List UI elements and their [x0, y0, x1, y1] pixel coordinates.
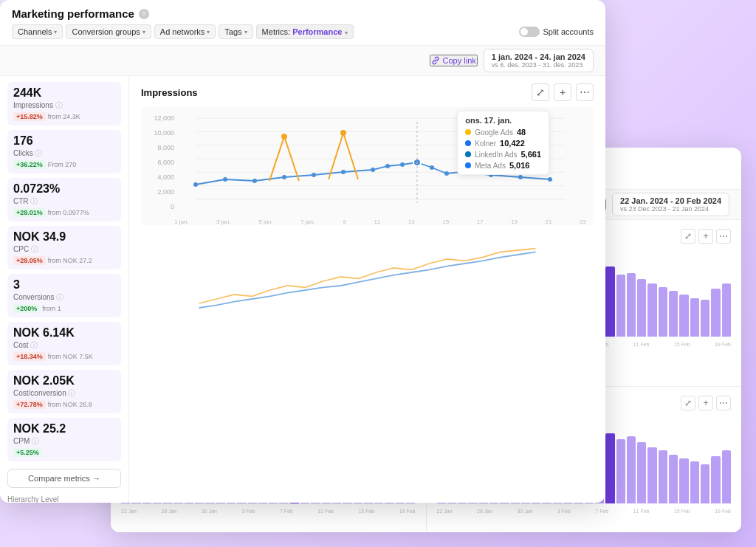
conversion-rate-expand-btn[interactable]: ⤢ [681, 396, 695, 410]
metric-value-7: NOK 25.2 [13, 422, 115, 436]
chevron-down-icon: ▾ [244, 29, 247, 35]
bar[interactable] [647, 447, 656, 503]
metric-label-6: Cost/conversion ⓘ [13, 388, 115, 399]
mini-line-chart [141, 233, 594, 321]
metric-card-1[interactable]: 176 Clicks ⓘ +36.22% From 270 [7, 130, 121, 173]
impressions-chart: 12,00010,0008,0006,0004,0002,0000 ons. 1… [141, 107, 594, 225]
bar[interactable] [616, 439, 625, 503]
bar[interactable] [669, 455, 678, 503]
change-badge-5: +18.34% [13, 352, 46, 361]
marketing-date-range: 1 jan. 2024 - 24. jan 2024 vs 6. des. 20… [484, 49, 594, 72]
tooltip-row: LinkedIn Ads 5,661 [465, 150, 541, 159]
bar[interactable] [637, 279, 646, 337]
bar[interactable] [627, 436, 636, 503]
add-chart-btn[interactable]: + [554, 83, 571, 101]
metrics-badge: Metrics: Performance ▾ [256, 24, 354, 39]
metric-card-4[interactable]: 3 Conversions ⓘ +200% from 1 [7, 274, 121, 317]
bar[interactable] [722, 450, 731, 503]
conversion-rate-add-btn[interactable]: + [698, 396, 713, 410]
tooltip-value: 10,422 [500, 139, 525, 148]
svg-point-21 [518, 175, 523, 179]
bar[interactable] [659, 287, 667, 337]
svg-point-15 [400, 162, 405, 167]
x-axis-label: 23 [580, 219, 586, 225]
metric-label-1: Clicks ⓘ [13, 148, 115, 159]
transactions-expand-btn[interactable]: ⤢ [681, 229, 695, 244]
avg-order-x-labels: 22 Jan 26 Jan 30 Jan 3 Feb 7 Feb 11 Feb … [121, 509, 416, 514]
svg-point-18 [444, 171, 449, 176]
tooltip-row: Meta Ads 5,016 [465, 161, 541, 170]
conversion-groups-filter-btn[interactable]: Conversion groups ▾ [66, 24, 151, 39]
tooltip-network: Kolner [475, 140, 496, 148]
marketing-copy-link-btn[interactable]: Copy link [430, 55, 478, 66]
bar[interactable] [711, 456, 720, 503]
tooltip-dot [465, 140, 471, 146]
more-chart-btn[interactable]: ⋯ [576, 83, 594, 101]
svg-point-25 [281, 134, 287, 140]
bar[interactable] [679, 458, 688, 503]
metric-card-7[interactable]: NOK 25.2 CPM ⓘ +5.25% [7, 418, 121, 461]
x-axis-label: 7 jan. [300, 219, 315, 225]
compare-metrics-btn[interactable]: Compare metrics → [7, 469, 121, 488]
bar[interactable] [616, 275, 625, 337]
metric-card-6[interactable]: NOK 2.05K Cost/conversion ⓘ +72.78% from… [7, 370, 121, 413]
chart-area: Impressions ⤢ + ⋯ 12,00010,0008,0006,000… [129, 76, 605, 503]
tooltip-dot [465, 162, 471, 168]
expand-chart-btn[interactable]: ⤢ [532, 83, 549, 101]
tooltip-row: Kolner 10,422 [465, 139, 541, 148]
tooltip-network: LinkedIn Ads [475, 151, 517, 159]
marketing-panel: Marketing performance ? Channels ▾ Conve… [0, 0, 605, 503]
metric-card-3[interactable]: NOK 34.9 CPC ⓘ +28.05% from NOK 27.2 [7, 226, 121, 269]
y-axis-label: 12,000 [141, 114, 174, 122]
bar[interactable] [701, 464, 709, 503]
metric-label-5: Cost ⓘ [13, 340, 115, 351]
metric-label-4: Conversions ⓘ [13, 292, 115, 303]
change-from-2: from 0.0977% [48, 209, 89, 216]
change-from-6: from NOK 26.8 [48, 401, 92, 408]
bar[interactable] [722, 283, 731, 337]
marketing-info-icon[interactable]: ? [139, 9, 149, 19]
tooltip-value: 5,016 [509, 161, 530, 170]
bar[interactable] [627, 273, 636, 337]
x-axis-label: 1 jan. [174, 219, 189, 225]
bar[interactable] [690, 298, 699, 337]
tooltip-value: 48 [517, 128, 526, 137]
toggle-switch[interactable] [519, 27, 540, 37]
tooltip-row: Google Ads 48 [465, 128, 541, 137]
metric-value-4: 3 [13, 278, 115, 292]
bar[interactable] [679, 295, 688, 337]
metric-card-2[interactable]: 0.0723% CTR ⓘ +28.01% from 0.0977% [7, 178, 121, 221]
bar[interactable] [690, 461, 699, 503]
change-badge-6: +72.78% [13, 400, 46, 409]
y-axis-label: 0 [141, 203, 174, 210]
chevron-down-icon: ▾ [142, 29, 145, 35]
bar[interactable] [637, 442, 646, 503]
change-from-1: From 270 [48, 161, 77, 168]
metric-value-0: 244K [13, 86, 115, 100]
svg-point-22 [548, 177, 552, 182]
bar[interactable] [605, 433, 614, 503]
bar[interactable] [669, 291, 678, 337]
metric-card-5[interactable]: NOK 6.14K Cost ⓘ +18.34% from NOK 7.5K [7, 322, 121, 365]
ad-networks-filter-btn[interactable]: Ad networks ▾ [154, 24, 216, 39]
change-badge-7: +5.25% [13, 448, 42, 457]
conversion-rate-more-btn[interactable]: ⋯ [716, 396, 731, 410]
transactions-add-btn[interactable]: + [698, 229, 713, 244]
change-badge-3: +28.05% [13, 256, 46, 265]
bar[interactable] [659, 450, 667, 503]
bar[interactable] [711, 289, 720, 337]
tooltip-network: Meta Ads [475, 162, 506, 170]
marketing-date-bar: Copy link 1 jan. 2024 - 24. jan 2024 vs … [0, 46, 605, 76]
svg-point-13 [371, 168, 375, 172]
x-axis-label: 17 [477, 219, 484, 225]
link-icon [431, 56, 440, 65]
metric-card-0[interactable]: 244K Impressions ⓘ +15.82% from 24.3K [7, 82, 121, 125]
marketing-body: 244K Impressions ⓘ +15.82% from 24.3K 17… [0, 76, 605, 503]
bar[interactable] [701, 300, 709, 337]
bar[interactable] [647, 283, 656, 337]
channels-filter-btn[interactable]: Channels ▾ [12, 24, 63, 39]
transactions-more-btn[interactable]: ⋯ [716, 229, 731, 244]
bar[interactable] [605, 266, 614, 337]
tags-filter-btn[interactable]: Tags ▾ [219, 24, 252, 39]
tooltip-value: 5,661 [520, 150, 541, 159]
